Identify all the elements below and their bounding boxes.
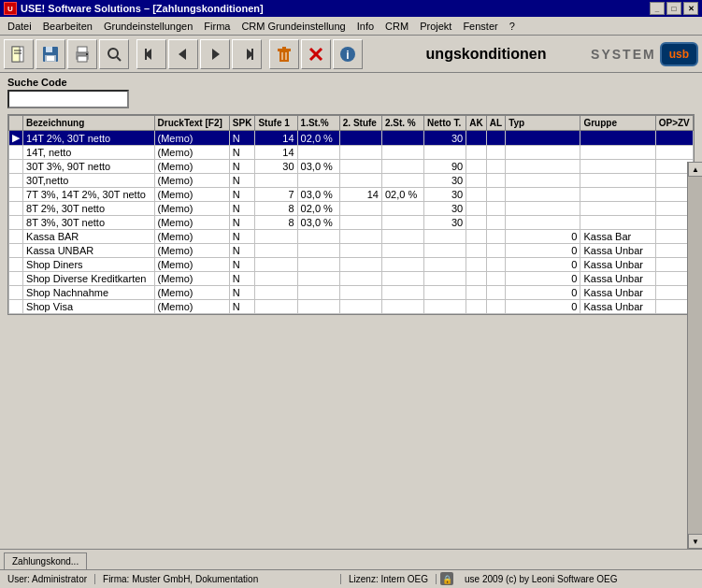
cell-typ: 0 xyxy=(506,258,580,272)
cell-ak xyxy=(466,272,487,286)
col-header-bezeichnung[interactable]: Bezeichnung xyxy=(23,116,154,131)
menu-info[interactable]: Info xyxy=(351,19,380,34)
cell-al xyxy=(486,131,505,146)
table-row[interactable]: 8T 2%, 30T netto(Memo)N802,0 %30 xyxy=(9,202,694,216)
col-header-netto[interactable]: Netto T. xyxy=(424,116,466,131)
col-header-opzv[interactable]: OP>ZV xyxy=(655,116,693,131)
cell-drucktext: (Memo) xyxy=(154,188,229,202)
cell-marker xyxy=(9,174,23,188)
cancel-button[interactable] xyxy=(301,39,331,69)
col-header-gruppe[interactable]: Gruppe xyxy=(580,116,655,131)
cell-netto xyxy=(424,272,466,286)
table-row[interactable]: Kassa BAR(Memo)N0Kassa Bar xyxy=(9,230,694,244)
svg-rect-11 xyxy=(86,53,88,55)
save-button[interactable] xyxy=(36,39,65,69)
table-row[interactable]: 8T 3%, 30T netto(Memo)N803,0 %30 xyxy=(9,216,694,230)
vertical-scrollbar[interactable]: ▲ ▼ xyxy=(687,162,702,549)
table-row[interactable]: 14T, netto(Memo)N14 xyxy=(9,146,694,160)
scroll-track[interactable] xyxy=(688,177,702,534)
cell-marker xyxy=(9,244,23,258)
menu-crm[interactable]: CRM xyxy=(380,19,414,34)
scroll-up-button[interactable]: ▲ xyxy=(688,162,702,177)
table-row[interactable]: ▶14T 2%, 30T netto(Memo)N1402,0 %30 xyxy=(9,131,694,146)
delete-button[interactable] xyxy=(269,39,299,69)
close-button[interactable]: ✕ xyxy=(683,2,698,15)
cell-stufe1 xyxy=(255,230,297,244)
cell-spk: N xyxy=(229,160,255,174)
cell-stufe2: 14 xyxy=(339,188,381,202)
cell-ak xyxy=(466,146,487,160)
table-body: ▶14T 2%, 30T netto(Memo)N1402,0 %3014T, … xyxy=(9,131,694,314)
cell-ak xyxy=(466,244,487,258)
col-header-spk[interactable]: SPK xyxy=(229,116,255,131)
menu-firma[interactable]: Firma xyxy=(198,19,236,34)
search-label: Suche Code xyxy=(7,77,695,88)
col-header-al[interactable]: AL xyxy=(486,116,505,131)
cell-stufe2 xyxy=(339,258,381,272)
cell-spk: N xyxy=(229,230,255,244)
table-row[interactable]: 30T,netto(Memo)N30 xyxy=(9,174,694,188)
cell-st2 xyxy=(381,258,423,272)
col-header-st2[interactable]: 2.St. % xyxy=(381,116,423,131)
print-button[interactable] xyxy=(67,39,97,69)
table-row[interactable]: 7T 3%, 14T 2%, 30T netto(Memo)N703,0 %14… xyxy=(9,188,694,202)
minimize-button[interactable]: _ xyxy=(650,2,665,15)
table-row[interactable]: Shop Diverse Kreditkarten(Memo)N0Kassa U… xyxy=(9,272,694,286)
toolbar: i ungskonditionen SYSTEM usb xyxy=(0,36,702,73)
table-row[interactable]: Shop Nachnahme(Memo)N0Kassa Unbar xyxy=(9,286,694,300)
svg-marker-16 xyxy=(179,49,186,60)
bottom-tab-zahlungskond[interactable]: Zahlungskond... xyxy=(4,552,87,569)
cell-bezeichnung: Shop Nachnahme xyxy=(23,286,154,300)
prev-button[interactable] xyxy=(168,39,198,69)
menu-crm-grundeinstellung[interactable]: CRM Grundeinstellung xyxy=(236,19,351,34)
cell-stufe2 xyxy=(339,300,381,314)
menu-datei[interactable]: Datei xyxy=(2,19,37,34)
menu-help[interactable]: ? xyxy=(504,19,521,34)
scroll-down-button[interactable]: ▼ xyxy=(688,534,702,549)
cell-ak xyxy=(466,174,487,188)
cell-marker xyxy=(9,258,23,272)
search-input[interactable] xyxy=(7,90,129,108)
menu-projekt[interactable]: Projekt xyxy=(414,19,457,34)
cell-stufe2 xyxy=(339,230,381,244)
menu-fenster[interactable]: Fenster xyxy=(457,19,503,34)
cell-marker xyxy=(9,216,23,230)
last-button[interactable] xyxy=(232,39,262,69)
new-button[interactable] xyxy=(4,39,34,69)
table-row[interactable]: Shop Visa(Memo)N0Kassa Unbar xyxy=(9,300,694,314)
cell-netto xyxy=(424,258,466,272)
window-title: USE! Software Solutions – [Zahlungskondi… xyxy=(21,3,264,14)
cell-gruppe: Kassa Unbar xyxy=(580,300,655,314)
cell-typ: 0 xyxy=(506,272,580,286)
maximize-button[interactable]: □ xyxy=(666,2,681,15)
col-header-stufe1[interactable]: Stufe 1 xyxy=(255,116,297,131)
col-header-ak[interactable]: AK xyxy=(466,116,487,131)
first-button[interactable] xyxy=(136,39,166,69)
search-button[interactable] xyxy=(99,39,129,69)
status-user: User: Administrator xyxy=(0,574,95,584)
col-header-drucktext[interactable]: DruckText [F2] xyxy=(154,116,229,131)
cell-typ: 0 xyxy=(506,230,580,244)
cell-st2 xyxy=(381,216,423,230)
col-header-typ[interactable]: Typ xyxy=(506,116,580,131)
table-row[interactable]: Shop Diners(Memo)N0Kassa Unbar xyxy=(9,258,694,272)
cell-stufe1: 14 xyxy=(255,131,297,146)
cell-spk: N xyxy=(229,244,255,258)
toolbar-title: ungskonditionen xyxy=(383,46,589,63)
menu-grundeinstellungen[interactable]: Grundeinstellungen xyxy=(98,19,198,34)
menu-bearbeiten[interactable]: Bearbeiten xyxy=(37,19,98,34)
info-button[interactable]: i xyxy=(333,39,363,69)
next-button[interactable] xyxy=(200,39,230,69)
cell-spk: N xyxy=(229,146,255,160)
col-header-st1[interactable]: 1.St.% xyxy=(297,116,339,131)
svg-text:i: i xyxy=(346,49,349,62)
table-row[interactable]: 30T 3%, 90T netto(Memo)N3003,0 %90 xyxy=(9,160,694,174)
col-header-stufe2[interactable]: 2. Stufe xyxy=(339,116,381,131)
cell-st2 xyxy=(381,131,423,146)
cell-typ: 0 xyxy=(506,286,580,300)
cell-marker xyxy=(9,272,23,286)
cell-al xyxy=(486,272,505,286)
cell-stufe1 xyxy=(255,258,297,272)
table-row[interactable]: Kassa UNBAR(Memo)N0Kassa Unbar xyxy=(9,244,694,258)
status-lizenz: Lizenz: Intern OEG xyxy=(341,574,437,584)
